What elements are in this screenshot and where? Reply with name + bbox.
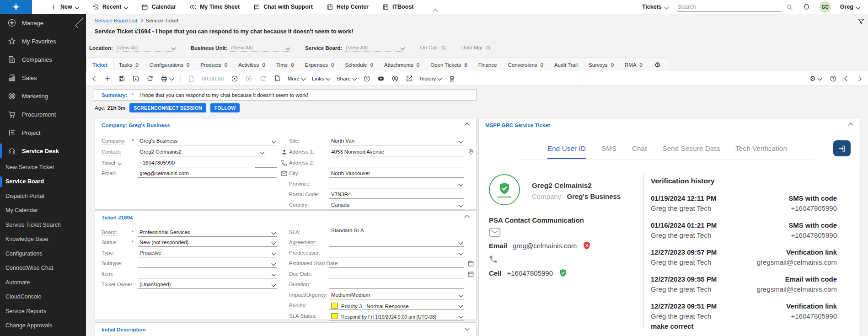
location-pin-icon[interactable] <box>467 149 474 155</box>
screenconnect-session-button[interactable]: SCREENCONNECT SESSION <box>129 103 206 112</box>
sidebar-item-connectwise-chat[interactable]: ConnectWise Chat <box>0 261 86 276</box>
grc-tab-end-user-id[interactable]: End User ID <box>547 144 586 159</box>
notifications-bell-icon[interactable] <box>803 3 810 11</box>
sidebar-item-my-calendar[interactable]: My Calendar <box>0 203 86 218</box>
phone-type-select[interactable]: Ticket <box>102 160 121 165</box>
collapse-pod-icon[interactable] <box>464 123 469 128</box>
follow-button[interactable]: FOLLOW <box>210 103 240 112</box>
sidebar-item-cloudconsole[interactable]: CloudConsole <box>0 290 86 304</box>
refresh-button[interactable] <box>146 75 154 82</box>
sidebar-item-new-service-ticket[interactable]: New Service Ticket <box>0 160 86 175</box>
tab-activities[interactable]: Activities0 <box>233 58 271 72</box>
new-menu[interactable]: New <box>50 4 79 11</box>
settings-menu[interactable]: ⚙ <box>810 75 821 82</box>
sidebar-item-change-approvals[interactable]: Change Approvals <box>0 319 86 333</box>
breadcrumb-service-board-list[interactable]: Service Board List <box>95 18 137 23</box>
collapse-pod-icon[interactable] <box>464 215 469 220</box>
previous-ticket-button[interactable] <box>845 77 849 80</box>
start-timer-button[interactable] <box>231 75 238 82</box>
grc-pod-title[interactable]: MSPP GRC Service Ticket <box>485 123 550 128</box>
time-entry-icon[interactable] <box>188 75 195 82</box>
tab-tasks[interactable]: Tasks0 <box>113 58 144 72</box>
calendar-menu[interactable]: Calendar <box>141 4 176 11</box>
open-in-new-icon[interactable] <box>406 75 413 82</box>
sidebar-module-procurement[interactable]: Procurement <box>0 105 86 123</box>
board-field[interactable]: Professional Services <box>138 229 277 237</box>
grc-tab-send-secure-data[interactable]: Send Secure Data <box>663 144 720 159</box>
phone-ext-field[interactable] <box>255 159 277 168</box>
site-field[interactable]: North Van <box>329 137 464 145</box>
copy-ticket-button[interactable] <box>273 75 281 82</box>
collapse-sidebar-icon[interactable] <box>75 18 86 28</box>
tab-conversions[interactable]: Conversions0 <box>503 58 549 72</box>
reset-timer-button[interactable] <box>259 75 267 82</box>
company-label[interactable]: Company: <box>102 138 125 144</box>
tab-open-tickets[interactable]: Open Tickets8 <box>425 58 473 72</box>
add-ticket-button[interactable] <box>104 75 111 82</box>
time-sheet-menu[interactable]: My Time Sheet <box>190 4 240 11</box>
ticket-pod-title[interactable]: Ticket #1694 <box>102 215 133 220</box>
agreement-label[interactable]: Agreement: <box>289 240 316 246</box>
board-label[interactable]: Board: <box>102 229 117 236</box>
delete-button[interactable] <box>448 75 455 82</box>
filter-funnel-icon[interactable] <box>857 18 865 25</box>
collapse-pod-icon[interactable] <box>848 123 853 128</box>
calendar-icon[interactable] <box>467 271 474 277</box>
contact-person-icon[interactable] <box>281 149 288 155</box>
summary-field[interactable]: Summary: * I hope that you can respond t… <box>94 89 477 101</box>
company-pod-title[interactable]: Company: Greg's Business <box>102 123 170 128</box>
search-input[interactable] <box>677 2 781 12</box>
sidebar-module-manage[interactable]: Manage <box>0 14 86 32</box>
sidebar-item-service-board[interactable]: Service Board <box>0 175 86 189</box>
sla-status-field[interactable]: Respond by Fri 1/19/2024 9:00 am (UTC-08… <box>329 312 464 320</box>
help-center-menu[interactable]: Help Center <box>327 4 369 11</box>
item-field[interactable] <box>138 270 277 278</box>
sidebar-item-service-reports[interactable]: Service Reports <box>0 304 86 319</box>
meeting-camera-icon[interactable] <box>377 75 385 82</box>
tab-finance[interactable]: Finance <box>473 58 503 72</box>
estimated-start-date-field[interactable] <box>329 260 464 268</box>
sidebar-module-project[interactable]: Project <box>0 123 86 142</box>
contact-field[interactable]: Greg2 Celmainis2 <box>138 148 266 156</box>
expand-pod-icon[interactable] <box>465 326 470 331</box>
envelope-icon[interactable] <box>281 170 288 177</box>
save-button[interactable] <box>118 75 125 82</box>
chat-support-menu[interactable]: Chat with Support <box>253 4 313 11</box>
predecessor-field[interactable] <box>329 249 464 257</box>
sidebar-item-knowledge-base[interactable]: Knowledge Base <box>0 232 86 247</box>
sidebar-module-marketing[interactable]: Marketing <box>0 87 86 105</box>
tab-surveys[interactable]: Surveys0 <box>583 58 619 72</box>
tab-schedule[interactable]: Schedule0 <box>339 58 378 72</box>
impact-urgency-field[interactable]: Medium/Medium <box>329 291 464 299</box>
initial-description-title[interactable]: Initial Description <box>102 327 146 332</box>
tab-expenses[interactable]: Expenses0 <box>300 58 340 72</box>
duration-field[interactable] <box>329 281 464 289</box>
grc-tab-sms[interactable]: SMS <box>601 144 616 159</box>
sidebar-item-automate[interactable]: Automate <box>0 275 86 290</box>
links-menu[interactable]: Links <box>312 76 330 81</box>
sidebar-module-companies[interactable]: Companies <box>0 50 86 69</box>
contact-label[interactable]: Contact: <box>102 149 121 155</box>
sidebar-module-sales[interactable]: Sales <box>0 69 86 87</box>
sidebar-item-dispatch-portal[interactable]: Dispatch Portal <box>0 189 86 203</box>
country-field[interactable]: Canada <box>329 201 464 209</box>
user-menu[interactable]: Greg <box>840 4 860 10</box>
itboost-menu[interactable]: ITBoost <box>382 4 414 11</box>
location-filter-select[interactable]: (View All) <box>116 44 176 52</box>
history-menu[interactable]: History <box>420 76 442 81</box>
phone-icon[interactable] <box>281 160 288 166</box>
agreement-field[interactable] <box>329 239 464 247</box>
grc-tab-tech-verification[interactable]: Tech Verification <box>735 144 787 159</box>
back-button[interactable] <box>93 77 97 80</box>
search-context-selector[interactable]: Tickets <box>642 4 668 10</box>
schedule-clock-icon[interactable] <box>363 75 370 82</box>
user-avatar[interactable]: GC <box>820 1 831 13</box>
tab-audit-trail[interactable]: Audit Trail <box>549 58 583 72</box>
next-ticket-button[interactable] <box>857 77 861 80</box>
sidebar-item-service-ticket-search[interactable]: Service Ticket Search <box>0 218 86 232</box>
address2-field[interactable] <box>329 159 464 167</box>
tab-configurations[interactable]: Configurations0 <box>144 58 195 72</box>
on-call-link[interactable]: On Call <box>420 45 446 51</box>
province-field[interactable] <box>329 180 464 188</box>
priority-field[interactable]: Priority 3 - Normal Response <box>329 302 464 310</box>
